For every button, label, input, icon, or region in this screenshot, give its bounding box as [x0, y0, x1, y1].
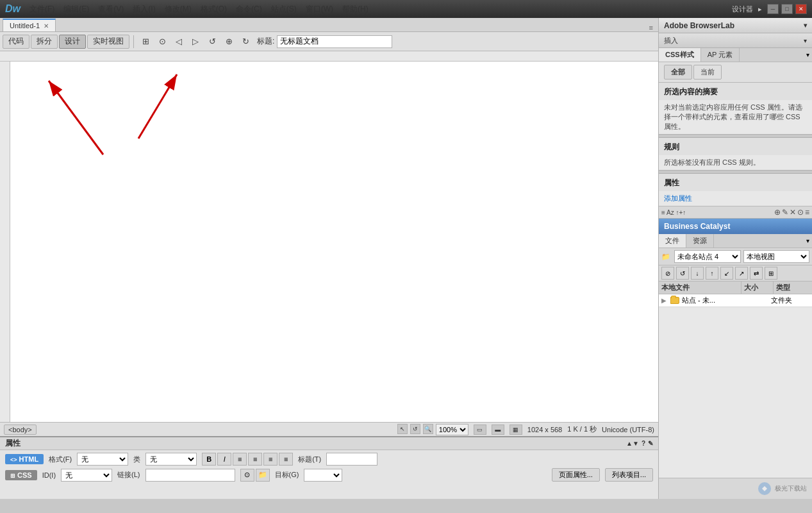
page-title-input[interactable] — [277, 35, 392, 48]
files-collapse-icon[interactable]: ▾ — [806, 237, 809, 244]
insert-label: 插入 — [664, 36, 678, 46]
align-right-button[interactable]: ≡ — [263, 453, 278, 466]
class-select[interactable]: 无 — [145, 453, 197, 466]
site-select[interactable]: 未命名站点 4 — [674, 250, 741, 263]
css-new-icon[interactable]: ⊕ — [774, 208, 781, 217]
status-icon-select[interactable]: ↖ — [397, 424, 408, 434]
refresh2-icon[interactable]: ↻ — [238, 34, 253, 49]
insert-collapse-icon[interactable]: ▾ — [804, 37, 807, 44]
ap-elements-tab[interactable]: AP 元素 — [701, 48, 740, 62]
file-connect-button[interactable]: ⊘ — [661, 267, 674, 280]
view-select[interactable]: 本地视图 — [743, 250, 810, 263]
tab-untitled1[interactable]: Untitled-1 ✕ — [3, 19, 56, 31]
menu-command[interactable]: 命令(C) — [232, 3, 266, 16]
status-bar: <body> ↖ ↺ 🔍 100% ▭ ▬ ▦ 1024 x 568 1 K /… — [0, 422, 658, 436]
css-delete-icon[interactable]: ✕ — [790, 208, 796, 217]
file-refresh-button[interactable]: ↺ — [676, 267, 689, 280]
main-container: Untitled-1 ✕ ≡ 代码 拆分 设计 实时视图 ⊞ ⊙ ◁ ▷ ↺ ⊕… — [0, 18, 812, 499]
link-browse-button[interactable]: ⊙ — [240, 469, 254, 482]
panel-collapse-icon[interactable]: ▾ — [804, 22, 807, 29]
file-upload-button[interactable]: ↑ — [706, 267, 718, 280]
italic-button[interactable]: I — [217, 453, 231, 466]
list-items-button[interactable]: 列表项目... — [605, 468, 653, 482]
id-select[interactable]: 无 — [61, 469, 112, 482]
text-format-buttons: B I ≡ ≡ ≡ ≡ — [202, 453, 293, 466]
canvas-area[interactable] — [10, 62, 658, 422]
css-panel-collapse-icon[interactable]: ▾ — [806, 51, 809, 58]
properties-edit-icon[interactable]: ✎ — [648, 440, 653, 447]
menu-modify[interactable]: 修改(M) — [161, 3, 195, 16]
svg-line-1 — [49, 81, 103, 155]
format-select[interactable]: 无 — [77, 453, 128, 466]
bold-button[interactable]: B — [202, 453, 216, 466]
html-btn-label: HTML — [19, 455, 39, 463]
nav-next-icon[interactable]: ▷ — [188, 34, 203, 49]
css-options-icon[interactable]: ≡ — [805, 208, 809, 217]
align-justify-button[interactable]: ≡ — [279, 453, 293, 466]
status-icon-grid: ▦ — [510, 425, 522, 435]
file-expand-button[interactable]: ⊞ — [765, 267, 777, 280]
menu-window[interactable]: 窗口(W) — [302, 3, 337, 16]
file-row-site[interactable]: ▶ 站点 - 未... 文件夹 — [659, 294, 812, 307]
watermark-icon — [757, 481, 772, 496]
page-properties-button[interactable]: 页面属性... — [552, 468, 600, 482]
zoom-icon[interactable]: ⊕ — [221, 34, 236, 49]
tab-close-icon[interactable]: ✕ — [44, 22, 49, 29]
files-tab[interactable]: 文件 — [659, 234, 686, 248]
align-center-button[interactable]: ≡ — [248, 453, 262, 466]
tab-collapse-icon[interactable]: ≡ — [647, 24, 656, 31]
assets-tab[interactable]: 资源 — [686, 234, 714, 248]
horizontal-ruler — [0, 51, 658, 62]
menu-help[interactable]: 帮助(H) — [338, 3, 372, 16]
design-view-button[interactable]: 设计 — [59, 35, 86, 49]
file-checkin-button[interactable]: ↙ — [720, 267, 733, 280]
css-styles-tab[interactable]: CSS样式 — [659, 48, 701, 62]
canvas-row — [0, 62, 658, 422]
live-view-button[interactable]: 实时视图 — [87, 35, 129, 49]
target-select[interactable] — [304, 469, 342, 482]
menu-edit[interactable]: 编辑(E) — [60, 3, 93, 16]
design-mode-label: 设计器 — [732, 4, 753, 14]
css-current-tab[interactable]: 当前 — [693, 65, 722, 80]
vertical-ruler — [0, 62, 10, 422]
align-left-button[interactable]: ≡ — [233, 453, 247, 466]
split-view-button[interactable]: 拆分 — [31, 35, 58, 49]
menu-view[interactable]: 查看(V) — [94, 3, 128, 16]
menu-file[interactable]: 文件(F) — [26, 3, 58, 16]
properties-help-icon[interactable]: ? — [642, 440, 645, 447]
zoom-select[interactable]: 100% — [436, 424, 468, 435]
css-edit-icon[interactable]: ✎ — [782, 208, 788, 217]
nav-prev-icon[interactable]: ◁ — [171, 34, 186, 49]
preview-icon[interactable]: ⊙ — [154, 34, 170, 49]
multiscreen-icon[interactable]: ⊞ — [138, 34, 153, 49]
css-attach-icon[interactable]: ⊙ — [797, 208, 804, 217]
properties-expand-icon[interactable]: ▲▼ — [626, 440, 639, 447]
title-field: 标题: — [257, 35, 392, 48]
title-prop-input[interactable] — [326, 453, 377, 466]
status-icon-undo[interactable]: ↺ — [410, 424, 420, 434]
css-type-button[interactable]: ⊞ CSS — [5, 470, 37, 480]
status-icon-zoom-out[interactable]: 🔍 — [423, 424, 433, 434]
file-sync-button[interactable]: ⇄ — [750, 267, 763, 280]
html-type-button[interactable]: <> HTML — [5, 454, 44, 464]
code-view-button[interactable]: 代码 — [3, 35, 29, 49]
link-input[interactable] — [145, 469, 235, 482]
add-property-link[interactable]: 添加属性 — [659, 191, 812, 206]
expand-icon: ▸ — [758, 5, 762, 13]
menu-format[interactable]: 格式(O) — [197, 3, 231, 16]
refresh-icon[interactable]: ↺ — [204, 34, 220, 49]
close-button[interactable]: ✕ — [795, 4, 807, 14]
html-tag-indicator[interactable]: <body> — [4, 425, 37, 435]
title-prop-label: 标题(T) — [298, 455, 321, 464]
file-checkout-button[interactable]: ↗ — [735, 267, 748, 280]
maximize-button[interactable]: □ — [781, 4, 793, 14]
css-all-tab[interactable]: 全部 — [664, 65, 692, 80]
file-download-button[interactable]: ↓ — [691, 267, 704, 280]
menu-site[interactable]: 站点(S) — [267, 3, 301, 16]
file-size: 1 K / 1 秒 — [567, 425, 597, 434]
menu-insert[interactable]: 插入(I) — [129, 3, 159, 16]
bc-label: Business Catalyst — [664, 222, 730, 231]
minimize-button[interactable]: ─ — [767, 4, 779, 14]
link-folder-button[interactable]: 📁 — [256, 469, 270, 482]
insert-section: 插入 ▾ — [659, 33, 812, 48]
